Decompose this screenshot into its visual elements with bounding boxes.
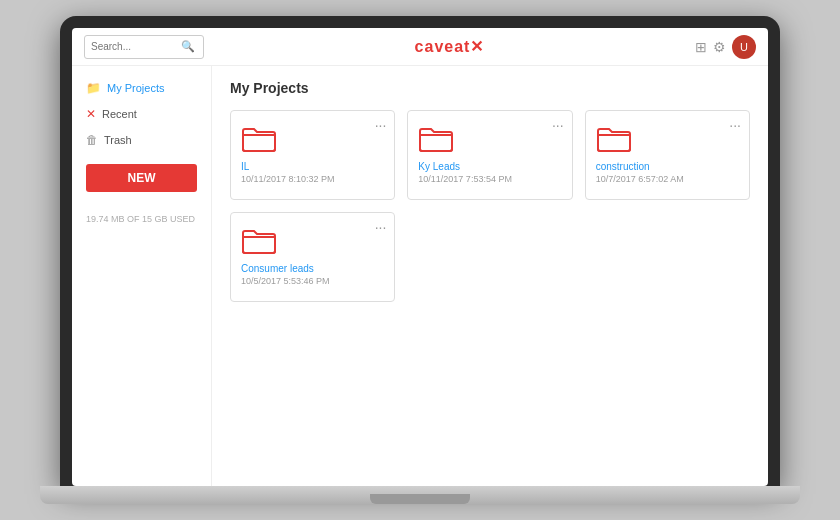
project-card[interactable]: ··· IL 10/11/2017 8:10:32 PM (230, 110, 395, 200)
project-name: IL (241, 161, 384, 172)
project-date: 10/11/2017 7:53:54 PM (418, 174, 561, 184)
search-input[interactable] (91, 41, 181, 52)
new-button[interactable]: NEW (86, 164, 197, 192)
sidebar-label-recent: Recent (102, 108, 137, 120)
sidebar-label-trash: Trash (104, 134, 132, 146)
projects-grid: ··· IL 10/11/2017 8:10:32 PM (230, 110, 750, 302)
folder-icon (596, 125, 632, 153)
project-card[interactable]: ··· construction 10/7/2017 6:57:02 AM (585, 110, 750, 200)
sidebar-item-recent[interactable]: ✕ Recent (72, 102, 211, 126)
laptop-base (40, 486, 800, 504)
main-content: My Projects ··· IL (212, 66, 768, 486)
card-menu-icon[interactable]: ··· (552, 117, 564, 133)
sidebar-item-trash[interactable]: 🗑 Trash (72, 128, 211, 152)
project-name: Ky Leads (418, 161, 561, 172)
laptop-notch (370, 494, 470, 504)
card-menu-icon[interactable]: ··· (729, 117, 741, 133)
sidebar-item-my-projects[interactable]: 📁 My Projects (72, 76, 211, 100)
clock-icon: ✕ (86, 107, 96, 121)
header: 🔍 caveat✕ ⊞ ⚙ U (72, 28, 768, 66)
folder-icon (418, 125, 454, 153)
card-menu-icon[interactable]: ··· (375, 117, 387, 133)
project-date: 10/7/2017 6:57:02 AM (596, 174, 739, 184)
folder-icon: 📁 (86, 81, 101, 95)
page-title: My Projects (230, 80, 750, 96)
project-card[interactable]: ··· Consumer leads 10/5/2017 5:53:46 PM (230, 212, 395, 302)
storage-text: 19.74 MB OF 15 GB USED (72, 208, 211, 230)
card-menu-icon[interactable]: ··· (375, 219, 387, 235)
app-title: caveat✕ (415, 37, 485, 56)
body: 📁 My Projects ✕ Recent 🗑 Trash NEW 19.74… (72, 66, 768, 486)
project-name: Consumer leads (241, 263, 384, 274)
gear-icon[interactable]: ⚙ (713, 39, 726, 55)
trash-icon: 🗑 (86, 133, 98, 147)
project-date: 10/5/2017 5:53:46 PM (241, 276, 384, 286)
grid-icon[interactable]: ⊞ (695, 39, 707, 55)
search-icon[interactable]: 🔍 (181, 40, 195, 53)
project-name: construction (596, 161, 739, 172)
header-right: ⊞ ⚙ U (695, 35, 756, 59)
folder-icon (241, 125, 277, 153)
sidebar: 📁 My Projects ✕ Recent 🗑 Trash NEW 19.74… (72, 66, 212, 486)
search-box[interactable]: 🔍 (84, 35, 204, 59)
folder-icon (241, 227, 277, 255)
avatar[interactable]: U (732, 35, 756, 59)
project-date: 10/11/2017 8:10:32 PM (241, 174, 384, 184)
project-card[interactable]: ··· Ky Leads 10/11/2017 7:53:54 PM (407, 110, 572, 200)
sidebar-label-my-projects: My Projects (107, 82, 164, 94)
